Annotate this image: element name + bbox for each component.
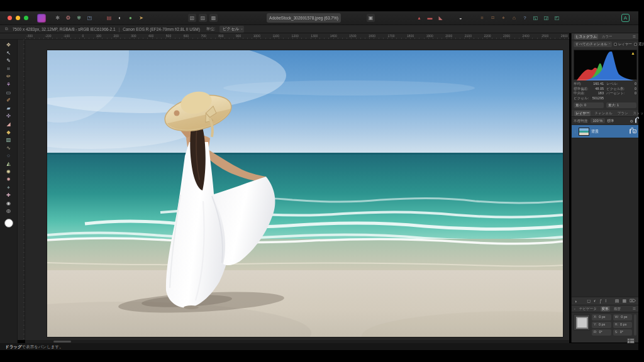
layers-tab[interactable]: ストック — [631, 111, 644, 116]
transform-tab[interactable]: ナビゲータ — [578, 306, 598, 312]
min-input[interactable]: 最小: 0 — [574, 102, 604, 108]
rotate-ccw-icon[interactable]: ▧ — [188, 14, 196, 22]
layer-lock-icon[interactable] — [635, 119, 636, 123]
snapping-presets-icon[interactable]: ⌂ — [510, 14, 518, 22]
assistant-flag-icon[interactable]: ◣ — [436, 14, 445, 22]
histogram-tab[interactable]: ヒストグラム — [574, 34, 598, 40]
document-tab[interactable]: AdobeStock_302691578.jpeg (63.7%) — [267, 13, 341, 23]
mixer-brush-tool[interactable]: ✣ — [3, 112, 14, 121]
view-mode-icon[interactable]: ▣ — [367, 14, 375, 22]
transform-tab[interactable]: 変形 — [601, 306, 610, 312]
transform-scrollbar[interactable] — [634, 314, 636, 336]
export-persona-icon[interactable]: ◳ — [86, 14, 94, 22]
histogram-plot[interactable]: ▲ — [574, 50, 637, 80]
photo-beach-woman[interactable] — [47, 50, 563, 337]
auto-contrast-icon[interactable]: ◐ — [116, 14, 124, 22]
develop-persona-icon[interactable]: ❂ — [64, 14, 72, 22]
insert-inside-icon[interactable]: ◲ — [542, 14, 550, 22]
erase-brush-tool[interactable]: ◢ — [3, 121, 14, 129]
dodge-brush-tool[interactable]: ✺ — [3, 168, 14, 177]
account-icon[interactable]: A — [621, 14, 630, 22]
layers-tab[interactable]: チャンネル — [593, 111, 613, 116]
zoom-window-button[interactable] — [24, 16, 28, 20]
clone-brush-tool[interactable]: ⌖ — [3, 184, 14, 192]
channel-selector[interactable]: すべてのチャンネル — [574, 41, 612, 47]
burn-brush-tool[interactable]: ✹ — [3, 176, 14, 184]
adjustment-icon[interactable]: ◑ — [574, 299, 577, 304]
transform-field[interactable]: R:0° — [592, 329, 611, 336]
horizontal-ruler[interactable]: -300-200-1000100200300400500600700800900… — [25, 33, 569, 40]
blend-mode-select[interactable]: 標準 — [607, 119, 614, 123]
histogram-tab[interactable]: カラー — [601, 34, 614, 40]
color-picker-tool[interactable]: ✎ — [3, 57, 14, 65]
selection-checkbox[interactable]: 選択 — [634, 42, 644, 47]
softproof-icon[interactable]: ▬ — [426, 14, 434, 22]
snapshot-icon[interactable]: ▩ — [209, 14, 218, 22]
layers-tab[interactable]: レイヤー — [574, 111, 591, 116]
opacity-input[interactable]: 100 % — [591, 118, 606, 123]
blemish-removal-tool[interactable]: ◉ — [3, 200, 14, 208]
selection-brush-tool[interactable]: ✏ — [3, 73, 14, 81]
pixel-tool[interactable]: ▰ — [3, 105, 14, 113]
vertical-ruler[interactable] — [18, 40, 25, 340]
marquee-select-tool[interactable]: ▭ — [3, 89, 14, 97]
transform-field[interactable]: X:0 px — [592, 314, 611, 321]
snapping-icon[interactable]: ⌖ — [499, 14, 508, 22]
minimize-window-button[interactable] — [16, 16, 20, 20]
panel-menu-icon[interactable]: ☰ — [633, 307, 636, 310]
gradient-tool[interactable]: ▥ — [3, 136, 14, 145]
auto-levels-icon[interactable]: ▤ — [105, 14, 113, 22]
layers-empty-area[interactable] — [572, 138, 638, 297]
auto-colors-icon[interactable]: ● — [126, 14, 135, 22]
healing-brush-tool[interactable]: ✚ — [3, 192, 14, 200]
active-color-swatch[interactable] — [4, 219, 13, 228]
delete-layer-icon[interactable]: ⌦ — [630, 299, 636, 304]
flood-select-tool[interactable]: ⚘ — [3, 81, 14, 89]
zoom-tool[interactable]: ◎ — [3, 207, 14, 216]
transform-field[interactable]: H:0 px — [613, 322, 633, 328]
mask-layer-icon[interactable]: ◻ — [587, 299, 591, 304]
layer-row-background[interactable]: ⋮ 背景 ✓ — [572, 125, 638, 138]
text-layer-icon[interactable]: I — [605, 299, 606, 304]
smudge-tool[interactable]: ∿ — [3, 145, 14, 153]
histogram-warning-icon[interactable]: ▲ — [631, 51, 635, 55]
group-layers-icon[interactable]: ▤ — [615, 299, 619, 304]
layers-tab[interactable]: ブラシ — [616, 111, 630, 116]
rotate-cw-icon[interactable]: ▨ — [199, 14, 207, 22]
sharpen-tool[interactable]: ◭ — [3, 160, 14, 168]
assistant-icon[interactable]: ◒ — [457, 14, 465, 22]
view-tool[interactable]: ✥ — [3, 41, 14, 50]
transform-field[interactable]: S:0° — [613, 329, 633, 336]
move-by-whole-pixels-icon[interactable]: ⌑ — [489, 14, 497, 22]
units-select[interactable]: ピクセル — [219, 26, 245, 33]
clipping-warning-icon[interactable]: ▴ — [415, 14, 423, 22]
layer-drag-handle[interactable]: ⋮ — [574, 129, 577, 133]
layer-thumbnail[interactable] — [579, 128, 589, 136]
insert-on-top-icon[interactable]: ◰ — [553, 14, 561, 22]
live-adjustment-icon[interactable]: ◐ — [594, 299, 596, 304]
auto-white-balance-icon[interactable]: ➤ — [137, 14, 145, 22]
layer-visibility-checkbox[interactable]: ✓ — [633, 129, 636, 133]
live-filter-icon[interactable]: ƒ — [599, 299, 602, 304]
crop-tool[interactable]: ⌗ — [3, 65, 14, 74]
new-layer-icon[interactable]: ▦ — [622, 299, 626, 304]
transform-field[interactable]: Y:0 px — [592, 322, 611, 328]
canvas-area[interactable] — [25, 40, 569, 340]
force-pixel-alignment-icon[interactable]: ⌗ — [478, 14, 486, 22]
paint-brush-tool[interactable]: ✐ — [3, 97, 14, 105]
layer-checkbox[interactable]: レイヤー — [614, 42, 632, 47]
snapping-help-icon[interactable]: ? — [521, 14, 529, 22]
max-input[interactable]: 最大: 1 — [606, 102, 636, 108]
tone-mapping-persona-icon[interactable]: ✾ — [75, 14, 83, 22]
transform-field[interactable]: W:0 px — [613, 314, 633, 321]
close-window-button[interactable] — [8, 16, 12, 20]
flood-fill-tool[interactable]: ◆ — [3, 129, 14, 137]
horizontal-scrollbar-thumb[interactable] — [53, 341, 71, 343]
insert-behind-icon[interactable]: ◱ — [531, 14, 540, 22]
transform-tab[interactable]: 履歴 — [613, 306, 622, 312]
move-tool[interactable]: ↖ — [3, 50, 14, 58]
blur-tool[interactable]: ◌ — [3, 152, 14, 160]
panel-menu-icon[interactable]: ☰ — [633, 35, 636, 38]
panel-scroll-left-icon[interactable]: ‹ — [574, 307, 575, 310]
layer-settings-icon[interactable]: ⚙ — [630, 119, 633, 123]
